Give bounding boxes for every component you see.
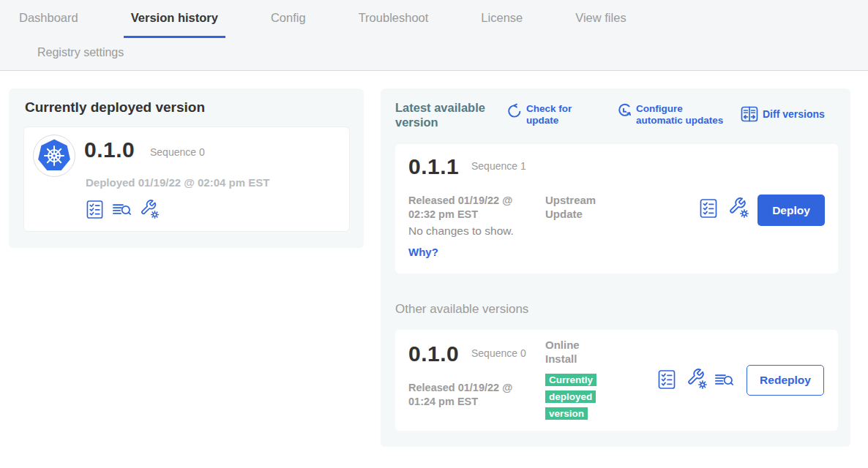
checklist-icon[interactable] — [699, 198, 718, 219]
other-source-label: Online Install — [545, 339, 591, 366]
top-nav: Dashboard Version history Config Trouble… — [0, 0, 868, 71]
redeploy-button[interactable]: Redeploy — [747, 365, 824, 396]
diff-icon — [741, 106, 758, 122]
checklist-icon[interactable] — [657, 369, 676, 390]
tab-troubleshoot[interactable]: Troubleshoot — [351, 0, 436, 38]
no-changes-text: No changes to show. — [408, 224, 514, 238]
wrench-gear-icon[interactable] — [728, 197, 750, 219]
other-released-timestamp: Released 01/19/22 @ 01:24 pm EST — [408, 381, 525, 409]
wrench-gear-icon[interactable] — [686, 368, 708, 390]
latest-released-timestamp: Released 01/19/22 @ 02:32 pm EST — [408, 194, 525, 222]
tab-version-history[interactable]: Version history — [124, 0, 225, 38]
diff-versions-link[interactable]: Diff versions — [741, 106, 825, 122]
auto-update-clock-icon — [616, 103, 632, 127]
currently-deployed-badge: Currently deployed version — [545, 372, 604, 423]
other-version-number: 0.1.0 — [408, 341, 459, 366]
latest-sequence-label: Sequence 1 — [471, 160, 530, 173]
deployed-version-card: 0.1.0 Sequence 0 Deployed 01/19/22 @ 02:… — [23, 127, 350, 232]
tab-license-label: License — [481, 11, 523, 25]
deployed-sequence-label: Sequence 0 — [150, 146, 205, 159]
tab-dashboard[interactable]: Dashboard — [12, 0, 86, 38]
tab-registry-settings-label: Registry settings — [37, 46, 124, 59]
latest-available-panel: Latest available version Check for updat… — [381, 88, 850, 447]
nav-row-1: Dashboard Version history Config Trouble… — [0, 0, 868, 38]
other-available-versions-title: Other available versions — [395, 302, 528, 317]
deployed-version-number: 0.1.0 — [84, 137, 135, 162]
configure-automatic-updates-label: Configure automatic updates — [636, 103, 731, 127]
tab-version-history-label: Version history — [131, 11, 218, 25]
app-logo — [33, 135, 75, 177]
kubernetes-logo-icon — [37, 138, 72, 173]
latest-version-number: 0.1.1 — [408, 154, 459, 179]
tab-dashboard-label: Dashboard — [19, 11, 78, 25]
tab-view-files-label: View files — [575, 11, 626, 25]
deployed-timestamp: Deployed 01/19/22 @ 02:04 pm EST — [86, 176, 269, 190]
why-link[interactable]: Why? — [408, 246, 438, 258]
check-for-update-label: Check for update — [526, 103, 586, 127]
diff-versions-label: Diff versions — [763, 108, 825, 121]
check-for-update-link[interactable]: Check for update — [506, 103, 586, 127]
currently-deployed-panel: Currently deployed version 0.1.0 Sequenc… — [9, 88, 364, 248]
configure-automatic-updates-link[interactable]: Configure automatic updates — [616, 103, 731, 127]
main-content: Currently deployed version 0.1.0 Sequenc… — [0, 71, 868, 467]
other-sequence-label: Sequence 0 — [471, 347, 530, 361]
tab-view-files[interactable]: View files — [568, 0, 633, 38]
tab-troubleshoot-label: Troubleshoot — [359, 11, 429, 25]
tab-registry-settings[interactable]: Registry settings — [30, 38, 131, 67]
tab-license[interactable]: License — [474, 0, 530, 38]
tab-config-label: Config — [271, 11, 306, 25]
nav-row-2: Registry settings — [0, 38, 868, 67]
redeploy-button-label: Redeploy — [760, 374, 811, 387]
file-search-icon[interactable] — [714, 371, 734, 389]
refresh-icon — [506, 103, 522, 127]
deploy-button-label: Deploy — [772, 204, 810, 217]
latest-source-label: Upstream Update — [545, 194, 615, 222]
currently-deployed-badge-label: Currently deployed version — [545, 374, 596, 420]
latest-available-title: Latest available version — [395, 101, 505, 130]
other-version-card: 0.1.0 Sequence 0 Online Install Currentl… — [395, 330, 838, 431]
tab-config[interactable]: Config — [263, 0, 313, 38]
deployed-icon-row — [86, 199, 160, 219]
wrench-gear-icon[interactable] — [140, 199, 160, 219]
deploy-button[interactable]: Deploy — [757, 195, 825, 226]
checklist-icon[interactable] — [86, 200, 104, 219]
file-search-icon[interactable] — [112, 200, 132, 219]
currently-deployed-title: Currently deployed version — [25, 99, 205, 116]
latest-version-card: 0.1.1 Sequence 1 Released 01/19/22 @ 02:… — [395, 144, 838, 273]
